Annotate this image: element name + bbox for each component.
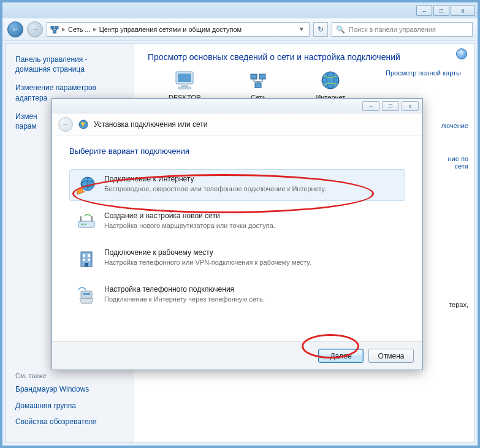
svg-rect-0 <box>51 26 54 29</box>
refresh-icon: ↻ <box>318 25 324 34</box>
page-title: Просмотр основных сведений о сети и наст… <box>148 52 461 62</box>
network-node-icon <box>246 69 270 91</box>
option-internet[interactable]: Подключение к Интернету Беспроводное, ск… <box>69 169 405 201</box>
breadcrumb[interactable]: ▸ Сеть ... ▸ Центр управления сетями и о… <box>47 22 310 37</box>
network-icon <box>50 25 59 34</box>
option-title: Настройка телефонного подключения <box>104 285 265 294</box>
wizard-icon <box>78 119 89 130</box>
svg-rect-26 <box>83 293 90 295</box>
map-node-internet: Интернет <box>316 69 345 101</box>
arrow-right-icon: → <box>31 25 39 34</box>
svg-point-10 <box>322 72 339 89</box>
option-desc: Беспроводное, скоростное или телефонное … <box>104 184 326 193</box>
option-title: Создание и настройка новой сети <box>104 211 275 220</box>
maximize-button[interactable]: □ <box>433 5 449 16</box>
option-title: Подключение к рабочему месту <box>104 248 311 257</box>
svg-rect-9 <box>255 83 261 88</box>
svg-point-17 <box>82 224 83 226</box>
dialog-body: Выберите вариант подключения Подключение… <box>52 135 422 311</box>
refresh-button[interactable]: ↻ <box>313 22 328 37</box>
svg-rect-8 <box>259 74 265 79</box>
svg-rect-22 <box>83 259 85 261</box>
cancel-button[interactable]: Отмена <box>368 349 414 363</box>
svg-rect-1 <box>55 26 58 29</box>
breadcrumb-item[interactable]: Сеть ... <box>68 26 91 33</box>
search-icon: 🔍 <box>336 25 345 34</box>
dlg-minimize-button[interactable]: – <box>362 101 379 111</box>
svg-rect-16 <box>78 221 94 227</box>
globe-arrow-icon <box>76 175 97 196</box>
svg-point-18 <box>85 224 86 226</box>
option-desc: Подключение к Интернету через телефонную… <box>104 295 265 303</box>
arrow-left-icon: ← <box>62 120 69 129</box>
nav-back-button[interactable]: ← <box>7 21 23 37</box>
dlg-close-button[interactable]: x <box>402 101 419 111</box>
wizard-dialog: – □ x ← Установка подключения или сети В… <box>51 98 423 370</box>
modem-icon <box>76 285 97 306</box>
globe-icon <box>318 69 343 91</box>
link-full-map[interactable]: Просмотр полной карты <box>386 69 461 77</box>
next-button[interactable]: Далее <box>318 349 364 363</box>
svg-rect-23 <box>88 259 90 261</box>
svg-rect-4 <box>178 74 191 82</box>
option-title: Подключение к Интернету <box>104 175 326 183</box>
breadcrumb-dropdown[interactable]: ▾ <box>297 25 307 33</box>
option-new-network[interactable]: Создание и настройка новой сети Настройк… <box>69 206 405 238</box>
option-workplace[interactable]: Подключение к рабочему месту Настройка т… <box>69 243 405 275</box>
computer-icon <box>172 69 197 91</box>
building-icon <box>76 248 97 269</box>
partial-text: терах, <box>449 301 468 308</box>
help-button[interactable]: ? <box>456 48 467 59</box>
svg-rect-2 <box>53 31 56 33</box>
search-input[interactable]: 🔍 Поиск в панели управления <box>332 22 473 37</box>
svg-rect-20 <box>83 254 85 257</box>
close-button[interactable]: x <box>451 5 475 16</box>
sidebar-link-home[interactable]: Панель управления - домашняя страница <box>15 55 124 74</box>
svg-rect-24 <box>85 263 88 267</box>
router-icon <box>76 211 97 232</box>
chevron-right-icon: ▸ <box>93 25 97 33</box>
option-desc: Настройка нового маршрутизатора или точк… <box>104 221 275 230</box>
sidebar-footer: См. также Брандмауэр Windows Домашняя гр… <box>15 372 97 433</box>
map-node-desktop: DESKTOP <box>169 69 200 101</box>
chevron-right-icon: ▸ <box>62 25 66 33</box>
svg-rect-6 <box>178 87 191 89</box>
dialog-header: ← Установка подключения или сети <box>52 113 422 135</box>
dlg-maximize-button[interactable]: □ <box>382 101 399 111</box>
map-node-network: Сеть <box>246 69 270 101</box>
dialog-titlebar: – □ x <box>52 99 422 113</box>
dialog-footer: Далее Отмена <box>52 341 422 370</box>
breadcrumb-item[interactable]: Центр управления сетями и общим доступом <box>99 26 242 33</box>
network-map-row: DESKTOP Сеть Интернет <box>148 69 461 101</box>
sidebar-link-homegroup[interactable]: Домашняя группа <box>15 401 97 411</box>
dialog-title: Установка подключения или сети <box>94 120 207 129</box>
svg-rect-7 <box>251 74 257 79</box>
arrow-left-icon: ← <box>12 25 20 34</box>
help-icon: ? <box>460 50 463 58</box>
option-dialup[interactable]: Настройка телефонного подключения Подклю… <box>69 279 405 311</box>
see-also-label: См. также <box>15 372 97 379</box>
svg-rect-21 <box>88 254 90 257</box>
sidebar-link-firewall[interactable]: Брандмауэр Windows <box>15 384 97 394</box>
minimize-button[interactable]: – <box>416 5 432 16</box>
partial-link[interactable]: лючение <box>441 122 468 129</box>
search-placeholder: Поиск в панели управления <box>349 26 436 33</box>
dialog-heading: Выберите вариант подключения <box>69 146 405 156</box>
window-titlebar: – □ x <box>2 2 478 18</box>
option-desc: Настройка телефонного или VPN-подключени… <box>104 258 311 267</box>
address-bar: ← → ▸ Сеть ... ▸ Центр управления сетями… <box>2 18 478 40</box>
partial-link[interactable]: ние посети <box>448 155 468 170</box>
dlg-back-button[interactable]: ← <box>58 117 73 132</box>
nav-forward-button[interactable]: → <box>27 21 43 37</box>
sidebar-link-browser-props[interactable]: Свойства обозревателя <box>15 417 97 427</box>
